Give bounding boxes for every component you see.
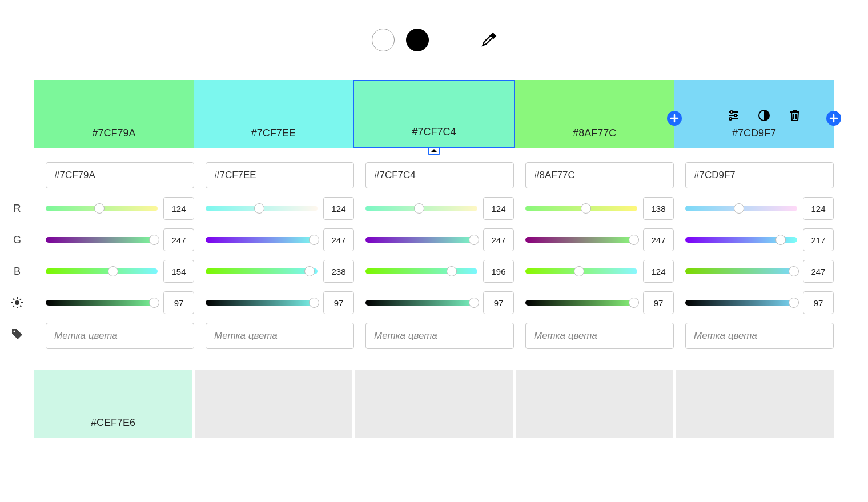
g-value-input[interactable]: 247 bbox=[483, 228, 514, 251]
tag-input[interactable]: Метка цвета bbox=[365, 323, 514, 349]
r-slider[interactable] bbox=[46, 206, 158, 211]
swatch-cell-secondary[interactable] bbox=[195, 370, 352, 438]
r-slider-handle[interactable] bbox=[734, 204, 744, 213]
brightness-slider[interactable] bbox=[685, 300, 797, 306]
brightness-slider[interactable] bbox=[525, 300, 637, 306]
g-slider-handle[interactable] bbox=[629, 235, 638, 244]
brightness-value-input[interactable]: 97 bbox=[803, 291, 834, 314]
color-column: #7CF7C4 124 247 196 97 Метка цвета bbox=[365, 162, 514, 349]
b-value-input[interactable]: 124 bbox=[643, 260, 674, 283]
b-value-input[interactable]: 154 bbox=[163, 260, 194, 283]
r-value-input[interactable]: 124 bbox=[323, 197, 354, 220]
svg-line-14 bbox=[13, 299, 14, 300]
r-slider-handle[interactable] bbox=[581, 204, 590, 213]
hex-input[interactable]: #7CF7EE bbox=[206, 162, 354, 188]
swatch-cell[interactable]: #7CF79A bbox=[34, 80, 194, 148]
swatch-cell[interactable]: #7CD9F7 bbox=[674, 80, 834, 148]
tag-input[interactable]: Метка цвета bbox=[525, 323, 674, 349]
brightness-value-input[interactable]: 97 bbox=[483, 291, 514, 314]
r-slider[interactable] bbox=[206, 206, 318, 211]
hex-input[interactable]: #7CF7C4 bbox=[365, 162, 514, 188]
swatch-cell-secondary[interactable] bbox=[516, 370, 673, 438]
b-value-input[interactable]: 196 bbox=[483, 260, 514, 283]
b-slider-handle[interactable] bbox=[574, 267, 584, 276]
b-value-input[interactable]: 238 bbox=[323, 260, 354, 283]
swatch-cell[interactable]: #7CF7C4 bbox=[353, 80, 515, 148]
g-value-input[interactable]: 247 bbox=[643, 228, 674, 251]
b-value-input[interactable]: 247 bbox=[803, 260, 834, 283]
g-slider[interactable] bbox=[685, 237, 797, 243]
g-slider[interactable] bbox=[365, 237, 477, 243]
hex-input[interactable]: #8AF77C bbox=[525, 162, 674, 188]
g-slider-handle[interactable] bbox=[776, 235, 785, 244]
swatch-cell-secondary[interactable]: #CEF7E6 bbox=[34, 370, 192, 438]
brightness-slider-handle[interactable] bbox=[469, 298, 479, 307]
r-slider[interactable] bbox=[365, 206, 477, 211]
r-slider-handle[interactable] bbox=[95, 204, 104, 213]
swatch-cell-secondary[interactable] bbox=[676, 370, 834, 438]
g-slider-handle[interactable] bbox=[469, 235, 479, 244]
swatch-cell[interactable]: #7CF7EE bbox=[194, 80, 353, 148]
b-slider[interactable] bbox=[206, 268, 318, 274]
r-slider-handle[interactable] bbox=[415, 204, 424, 213]
tag-input[interactable]: Метка цвета bbox=[46, 323, 194, 349]
r-slider-handle[interactable] bbox=[255, 204, 264, 213]
sliders-icon[interactable] bbox=[726, 109, 740, 122]
swatch-cell[interactable]: #8AF77C bbox=[515, 80, 674, 148]
r-slider[interactable] bbox=[525, 206, 637, 211]
g-slider[interactable] bbox=[525, 237, 637, 243]
b-slider-row: 238 bbox=[206, 260, 354, 283]
brightness-slider-handle[interactable] bbox=[629, 298, 638, 307]
add-swatch-left-button[interactable] bbox=[667, 111, 682, 126]
separator bbox=[459, 23, 459, 57]
eyedropper-icon[interactable] bbox=[481, 32, 497, 48]
g-slider-handle[interactable] bbox=[150, 235, 159, 244]
r-label: R bbox=[6, 197, 29, 220]
r-value-input[interactable]: 124 bbox=[163, 197, 194, 220]
b-slider[interactable] bbox=[365, 268, 477, 274]
hex-input[interactable]: #7CF79A bbox=[46, 162, 194, 188]
brightness-value-input[interactable]: 97 bbox=[163, 291, 194, 314]
b-slider-handle[interactable] bbox=[305, 267, 314, 276]
b-slider[interactable] bbox=[46, 268, 158, 274]
brightness-slider[interactable] bbox=[46, 300, 158, 306]
b-slider-handle[interactable] bbox=[789, 267, 798, 276]
b-slider[interactable] bbox=[525, 268, 637, 274]
swatch-cell-secondary[interactable] bbox=[355, 370, 513, 438]
g-slider-handle[interactable] bbox=[310, 235, 319, 244]
brightness-slider-handle[interactable] bbox=[310, 298, 319, 307]
hex-input[interactable]: #7CD9F7 bbox=[685, 162, 834, 188]
brightness-slider[interactable] bbox=[206, 300, 318, 306]
brightness-slider-handle[interactable] bbox=[150, 298, 159, 307]
tag-input[interactable]: Метка цвета bbox=[685, 323, 834, 349]
r-value-input[interactable]: 124 bbox=[803, 197, 834, 220]
b-slider-row: 154 bbox=[46, 260, 194, 283]
brightness-value-input[interactable]: 97 bbox=[323, 291, 354, 314]
color-column: #7CF79A 124 247 154 97 Метка цвета bbox=[46, 162, 194, 349]
brightness-slider-handle[interactable] bbox=[789, 298, 798, 307]
b-slider-handle[interactable] bbox=[108, 267, 118, 276]
g-value-input[interactable]: 217 bbox=[803, 228, 834, 251]
b-slider-handle[interactable] bbox=[447, 267, 456, 276]
white-circle-swatch[interactable] bbox=[372, 29, 395, 51]
tag-label bbox=[6, 323, 29, 346]
brightness-value-input[interactable]: 97 bbox=[643, 291, 674, 314]
svg-point-5 bbox=[729, 118, 732, 120]
g-slider[interactable] bbox=[206, 237, 318, 243]
brightness-slider[interactable] bbox=[365, 300, 477, 306]
r-slider[interactable] bbox=[685, 206, 797, 211]
r-value-input[interactable]: 124 bbox=[483, 197, 514, 220]
g-value-input[interactable]: 247 bbox=[163, 228, 194, 251]
tag-input[interactable]: Метка цвета bbox=[206, 323, 354, 349]
top-bar bbox=[0, 0, 868, 80]
add-swatch-right-button[interactable] bbox=[826, 111, 841, 126]
black-circle-swatch[interactable] bbox=[406, 29, 429, 51]
contrast-icon[interactable] bbox=[757, 109, 771, 122]
g-value-input[interactable]: 247 bbox=[323, 228, 354, 251]
g-slider[interactable] bbox=[46, 237, 158, 243]
g-slider-row: 217 bbox=[685, 228, 834, 251]
trash-icon[interactable] bbox=[788, 109, 802, 122]
swatch-row-2: #CEF7E6 bbox=[34, 370, 834, 438]
r-value-input[interactable]: 138 bbox=[643, 197, 674, 220]
b-slider[interactable] bbox=[685, 268, 797, 274]
